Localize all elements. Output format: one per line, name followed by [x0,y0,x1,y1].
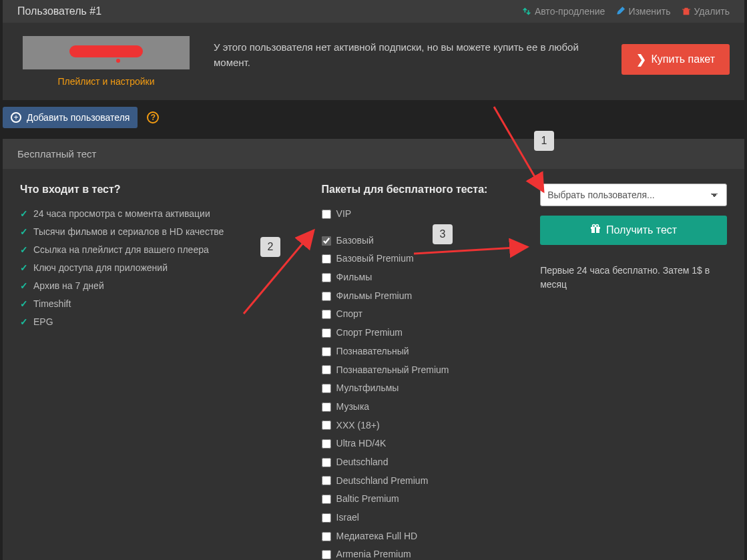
auto-renew-link[interactable]: Авто-продление [522,6,605,17]
package-label: Базовый [336,234,374,248]
gift-icon [590,224,601,237]
feature-item: ✓EPG [20,313,322,331]
help-icon[interactable]: ? [147,111,159,123]
package-checkbox[interactable] [322,273,331,282]
subscription-text: У этого пользователя нет активной подпис… [214,36,597,70]
package-checkbox[interactable] [322,254,331,264]
package-checkbox[interactable] [322,439,331,449]
package-label: VIP [336,207,352,222]
buy-package-button[interactable]: ❯ Купить пакет [621,44,730,75]
annotation-marker-2: 2 [260,237,280,257]
package-checkbox[interactable] [322,458,331,467]
package-item: Baltic Premium [322,490,541,509]
test-packages-column: Пакеты для бесплатного теста: VIPБазовый… [322,184,541,560]
package-item: Armenia Premium [322,545,541,560]
edit-link[interactable]: Изменить [615,6,670,17]
packages-list: VIPБазовыйБазовый PremiumФильмыФильмы Pr… [322,205,541,560]
package-checkbox[interactable] [322,402,331,412]
header-actions: Авто-продление Изменить Удалить [522,6,730,17]
free-test-body: Что входит в тест? ✓24 часа просмотра с … [3,169,744,560]
playlist-settings-link[interactable]: Плейлист и настройки [57,76,154,87]
user-left: Плейлист и настройки [23,36,190,87]
feature-item-label: EPG [33,315,53,329]
user-right: ❯ Купить пакет [621,36,730,75]
package-label: Познавательный [336,344,409,359]
package-label: Armenia Premium [336,547,411,560]
test-action-column: Выбрать пользователя... Получить тест Пе… [540,184,727,560]
packages-title: Пакеты для бесплатного теста: [322,184,541,196]
svg-point-3 [593,225,595,228]
package-label: Познавательный Premium [336,363,449,378]
package-label: Ultra HD/4K [336,437,387,451]
package-checkbox[interactable] [322,513,331,523]
package-item: Фильмы [322,268,541,287]
check-icon: ✓ [20,207,28,221]
feature-item: ✓24 часа просмотра с момента активации [20,205,322,223]
spacer [322,224,541,232]
refresh-icon [522,7,531,16]
package-label: Спорт Premium [336,326,403,340]
package-checkbox[interactable] [322,532,331,541]
get-test-button[interactable]: Получить тест [540,216,727,245]
package-checkbox[interactable] [322,292,331,301]
feature-list: ✓24 часа просмотра с момента активации✓Т… [20,205,322,331]
package-item: Познавательный [322,342,541,361]
package-label: Музыка [336,400,370,414]
edit-label: Изменить [628,6,670,17]
package-checkbox[interactable] [322,550,331,559]
package-label: Мультфильмы [336,381,399,396]
package-label: Базовый Premium [336,252,414,266]
feature-item: ✓Архив на 7 дней [20,277,322,295]
package-checkbox[interactable] [322,310,331,319]
user-body: Плейлист и настройки У этого пользовател… [3,23,744,100]
package-label: Фильмы Premium [336,289,413,304]
feature-item-label: Ключ доступа для приложений [33,261,168,275]
select-user-dropdown[interactable]: Выбрать пользователя... [540,184,727,206]
add-user-button[interactable]: + Добавить пользователя [3,107,138,128]
package-item: Фильмы Premium [322,287,541,306]
add-user-label: Добавить пользователя [27,112,130,123]
package-item: Музыка [322,398,541,416]
user-title: Пользователь #1 [17,5,522,17]
svg-rect-2 [595,227,596,233]
package-checkbox[interactable] [322,210,331,219]
package-checkbox[interactable] [322,347,331,356]
get-test-label: Получить тест [606,224,677,236]
feature-item-label: Архив на 7 дней [33,279,104,293]
feature-item-label: Ссылка на плейлист для вашего плеера [33,243,209,257]
user-panel: Пользователь #1 Авто-продление Изменить … [3,0,744,100]
playlist-thumbnail[interactable] [23,36,190,69]
free-test-header: Бесплатный тест [3,139,744,169]
package-item: VIP [322,205,541,224]
feature-item-label: 24 часа просмотра с момента активации [33,207,210,221]
package-item: Deutschland [322,453,541,472]
package-checkbox[interactable] [322,365,331,374]
package-label: Спорт [336,307,362,322]
package-item: XXX (18+) [322,416,541,435]
feature-item: ✓Timeshift [20,295,322,313]
package-item: Мультфильмы [322,379,541,398]
annotation-marker-1: 1 [534,131,554,151]
buy-package-label: Купить пакет [652,53,715,65]
package-checkbox[interactable] [322,495,331,504]
package-item: Спорт [322,305,541,324]
package-checkbox[interactable] [322,236,331,246]
package-checkbox[interactable] [322,384,331,393]
pencil-icon [615,7,625,16]
package-checkbox[interactable] [322,476,331,485]
package-checkbox[interactable] [322,328,331,338]
check-icon: ✓ [20,225,28,239]
feature-item-label: Тысячи фильмов и сериалов в HD качестве [33,225,224,239]
package-item: Познавательный Premium [322,361,541,380]
package-item: Ultra HD/4K [322,435,541,453]
package-checkbox[interactable] [322,421,331,430]
free-test-panel: Бесплатный тест Что входит в тест? ✓24 ч… [3,139,744,560]
delete-link[interactable]: Удалить [682,6,730,17]
add-user-row: + Добавить пользователя ? [0,107,747,136]
delete-label: Удалить [694,6,730,17]
trash-icon [682,7,691,16]
test-includes-title: Что входит в тест? [20,184,322,196]
check-icon: ✓ [20,243,28,257]
package-item: Базовый [322,232,541,250]
user-header: Пользователь #1 Авто-продление Изменить … [3,0,744,23]
